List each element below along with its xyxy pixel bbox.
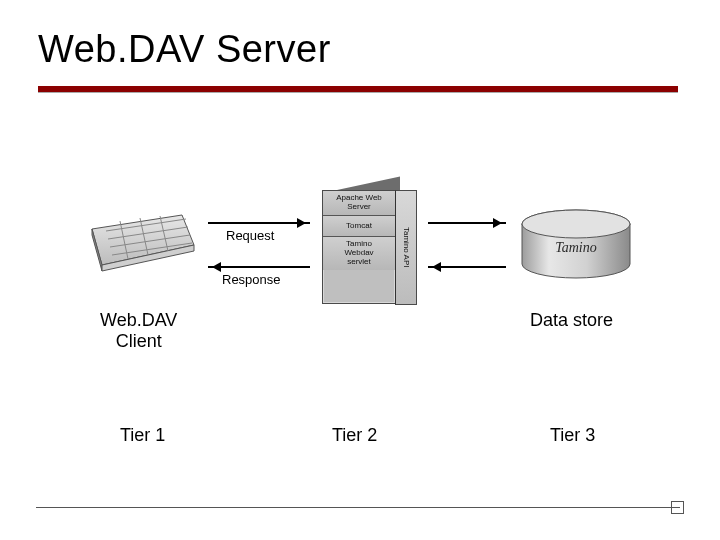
client-graphic [86, 205, 196, 275]
stack-layer-apache-line1: Apache Web [336, 193, 382, 202]
label-tier-2: Tier 2 [332, 425, 377, 446]
stack-api-strip: Tamino API [395, 190, 417, 305]
arrow-response-server-to-client [208, 266, 310, 268]
keyboard-icon [86, 205, 196, 275]
stack-layer-servlet: Tamino Webdav servlet [323, 236, 395, 269]
stack-layer-tomcat: Tomcat [323, 215, 395, 237]
caption-client-line1: Web.DAV [100, 310, 177, 330]
arrow-request-client-to-server [208, 222, 310, 224]
caption-client-line2: Client [116, 331, 162, 351]
stack-layer-apache: Apache Web Server [323, 191, 395, 215]
arrow-datastore-to-server [428, 266, 506, 268]
label-tier-1: Tier 1 [120, 425, 165, 446]
arrow-server-to-datastore [428, 222, 506, 224]
footer-marker [671, 501, 684, 514]
caption-client: Web.DAV Client [100, 310, 177, 352]
stack-layer-servlet-line2: Webdav [344, 248, 373, 257]
caption-datastore: Data store [530, 310, 613, 331]
label-request: Request [226, 228, 274, 243]
title-underline-shadow [38, 92, 678, 93]
datastore-graphic: Tamino [516, 208, 636, 283]
slide-title: Web.DAV Server [38, 28, 331, 71]
server-stack-graphic: Apache Web Server Tomcat Tamino Webdav s… [322, 190, 432, 305]
stack-layer-servlet-line1: Tamino [346, 239, 372, 248]
label-response: Response [222, 272, 281, 287]
slide: Web.DAV Server Apa [0, 0, 720, 540]
footer-rule [36, 507, 680, 508]
svg-point-11 [522, 210, 630, 238]
stack-layer-apache-line2: Server [347, 202, 371, 211]
label-tier-3: Tier 3 [550, 425, 595, 446]
server-stack-front: Apache Web Server Tomcat Tamino Webdav s… [322, 190, 396, 304]
database-icon [516, 208, 636, 283]
stack-layer-servlet-line3: servlet [347, 257, 371, 266]
